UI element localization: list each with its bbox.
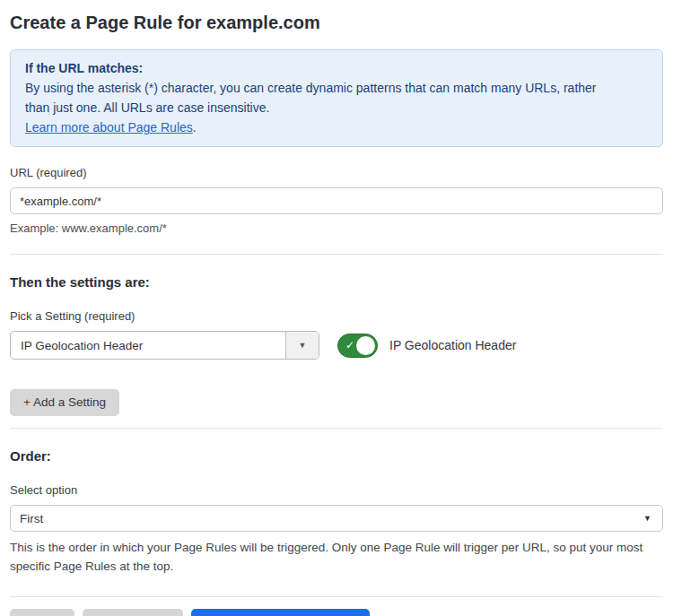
order-select-label: Select option xyxy=(10,483,663,498)
page-title: Create a Page Rule for example.com xyxy=(10,11,663,34)
settings-section-heading: Then the settings are: xyxy=(10,273,663,291)
info-banner-body: By using the asterisk (*) character, you… xyxy=(25,78,617,117)
setting-dropdown-value: IP Geolocation Header xyxy=(11,332,285,359)
order-helper-text: This is the order in which your Page Rul… xyxy=(10,538,663,576)
setting-toggle-group: ✓ IP Geolocation Header xyxy=(337,334,516,358)
info-banner-link-line: Learn more about Page Rules. xyxy=(25,117,648,137)
footer-actions: Cancel Save as Draft Save and Deploy Pag… xyxy=(10,609,663,616)
chevron-down-icon[interactable]: ▼ xyxy=(285,332,319,359)
url-input[interactable] xyxy=(10,187,663,214)
save-draft-button[interactable]: Save as Draft xyxy=(83,609,183,616)
info-banner-heading: If the URL matches: xyxy=(25,58,648,78)
section-divider xyxy=(10,254,663,255)
pick-setting-label: Pick a Setting (required) xyxy=(10,309,663,324)
url-field-label: URL (required) xyxy=(10,166,663,180)
create-page-rule-form: Create a Page Rule for example.com If th… xyxy=(0,0,673,616)
order-dropdown-value: First xyxy=(20,512,43,525)
order-dropdown[interactable]: First ▼ xyxy=(10,505,663,532)
cancel-button[interactable]: Cancel xyxy=(10,609,74,616)
chevron-down-icon: ▼ xyxy=(643,514,651,523)
setting-row: IP Geolocation Header ▼ ✓ IP Geolocation… xyxy=(10,331,663,360)
footer-divider xyxy=(10,596,663,597)
link-period: . xyxy=(193,120,197,134)
setting-dropdown[interactable]: IP Geolocation Header ▼ xyxy=(10,331,319,360)
toggle-knob xyxy=(356,336,375,355)
save-deploy-button[interactable]: Save and Deploy Page Rule xyxy=(191,609,371,616)
check-icon: ✓ xyxy=(345,340,354,351)
ip-geolocation-toggle[interactable]: ✓ xyxy=(337,334,378,358)
order-section-heading: Order: xyxy=(10,447,663,464)
toggle-label: IP Geolocation Header xyxy=(389,338,516,352)
url-match-info-banner: If the URL matches: By using the asteris… xyxy=(10,49,663,147)
section-divider xyxy=(10,428,663,429)
url-example-helper: Example: www.example.com/* xyxy=(10,220,663,238)
add-setting-button[interactable]: + Add a Setting xyxy=(10,389,119,416)
learn-more-link[interactable]: Learn more about Page Rules xyxy=(25,120,193,134)
